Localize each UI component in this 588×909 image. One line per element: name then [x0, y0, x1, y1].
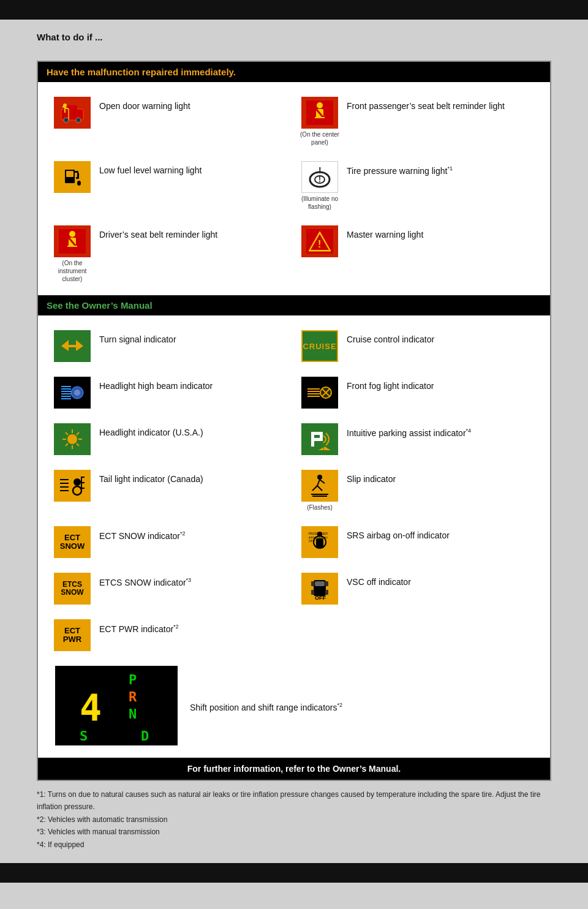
svg-text:4: 4 [80, 687, 102, 730]
section2-header: See the Owner’s Manual [38, 295, 550, 315]
icon-master-warning-box: ! [300, 225, 339, 257]
svg-rect-102 [325, 581, 328, 586]
headlight-usa-icon [54, 423, 91, 455]
svg-text:S: S [80, 728, 88, 744]
icon-cruise-box: CRUISE [300, 330, 339, 362]
indicator-headlight-usa: Headlight indicator (U.S.A.) [47, 415, 294, 461]
indicator-master-warning: ! Master warning light [294, 217, 541, 289]
indicator-low-fuel: Low fuel level warning light [47, 153, 294, 217]
svg-rect-37 [69, 345, 76, 347]
srs-text: SRS airbag on-off indicator [347, 526, 450, 542]
footnotes: *1: Turns on due to natural causes such … [37, 788, 551, 851]
icon-slip-box: (Flashes) [300, 470, 339, 511]
bottom-bar [0, 863, 588, 883]
svg-point-84 [317, 475, 322, 480]
low-fuel-icon [54, 161, 91, 193]
tire-pressure-text: Tire pressure warning light*1 [347, 161, 453, 177]
svg-text:N: N [129, 706, 137, 722]
icon-turn-signal-box [53, 330, 92, 362]
icon-open-door-box [53, 97, 92, 129]
headlight-usa-text: Headlight indicator (U.S.A.) [99, 423, 203, 439]
svg-rect-15 [66, 171, 74, 177]
svg-rect-68 [311, 438, 320, 441]
section1-grid: Open door warning light [47, 88, 541, 289]
etcs-snow-text: ETCS SNOW indicator*3 [99, 573, 191, 589]
svg-text:OFF: OFF [315, 595, 326, 601]
page-content: What to do if ... Have the malfunction r… [0, 20, 588, 863]
ect-pwr-text: ECT PWR indicator*2 [99, 619, 179, 635]
indicator-srs: PASSENGER AIRBAG AIRBAG OFF ON SRS airba… [294, 518, 541, 564]
tire-pressure-note: (Illuminate no flashing) [300, 195, 339, 211]
svg-point-77 [74, 478, 81, 486]
svg-rect-104 [325, 590, 328, 595]
indicator-highbeam: Headlight high beam indicator [47, 368, 294, 415]
indicator-tire-pressure: ! ! (Illuminate no flashing) Tire pressu… [294, 153, 541, 217]
indicator-ect-snow: ECTSNOW ECT SNOW indicator*2 [47, 518, 294, 564]
svg-rect-103 [311, 590, 314, 595]
svg-text:R: R [129, 689, 137, 704]
icon-taillight-box [53, 470, 92, 502]
svg-rect-106 [55, 666, 178, 745]
tire-pressure-icon: ! ! [301, 161, 338, 193]
cruise-text: Cruise control indicator [347, 330, 434, 346]
svg-point-19 [77, 181, 81, 186]
section1-header: Have the malfunction repaired immediatel… [38, 62, 550, 82]
srs-icon: PASSENGER AIRBAG AIRBAG OFF ON [301, 526, 338, 558]
svg-rect-17 [77, 173, 79, 178]
svg-text:D: D [141, 728, 149, 744]
ect-snow-icon: ECTSNOW [54, 526, 91, 558]
svg-rect-101 [311, 581, 314, 586]
passenger-seatbelt-icon [301, 97, 338, 129]
footnote-2: *2: Vehicles with automatic transmission [37, 813, 551, 826]
indicator-turn-signal: Turn signal indicator [47, 322, 294, 368]
indicator-taillight: Tail light indicator (Canada) [47, 461, 294, 518]
etcs-snow-icon: ETCSSNOW [54, 573, 91, 605]
section1-body: Open door warning light [38, 82, 550, 295]
icon-srs-box: PASSENGER AIRBAG AIRBAG OFF ON [300, 526, 339, 558]
passenger-seatbelt-note: (On the center panel) [300, 130, 339, 146]
svg-point-26 [69, 231, 75, 237]
footnote-3: *3: Vehicles with manual transmission [37, 826, 551, 838]
ect-snow-text: ECT SNOW indicator*2 [99, 526, 186, 542]
svg-point-9 [317, 102, 323, 108]
indicator-slip: (Flashes) Slip indicator [294, 461, 541, 518]
svg-rect-67 [311, 432, 320, 435]
icon-ect-pwr-box: ECTPWR [53, 619, 92, 651]
taillight-text: Tail light indicator (Canada) [99, 470, 203, 486]
icon-etcs-snow-box: ETCSSNOW [53, 573, 92, 605]
icon-vsc-box: OFF [300, 573, 339, 605]
svg-text:P: P [129, 672, 137, 687]
svg-text:!: ! [318, 239, 321, 249]
svg-point-6 [63, 104, 67, 107]
open-door-icon [54, 97, 91, 129]
cruise-icon: CRUISE [301, 330, 338, 362]
svg-text:!: ! [318, 175, 321, 184]
vsc-text: VSC off indicator [347, 573, 411, 589]
section2-body: Turn signal indicator CRUISE Cruise cont… [38, 315, 550, 758]
svg-text:PASSENGER: PASSENGER [309, 532, 328, 535]
driver-seatbelt-text: Driver’s seat belt reminder light [99, 225, 217, 241]
master-warning-icon: ! [301, 225, 338, 257]
turn-signal-icon [54, 330, 91, 362]
svg-rect-100 [315, 581, 325, 586]
icon-tire-pressure-box: ! ! (Illuminate no flashing) [300, 161, 339, 211]
svg-point-46 [74, 390, 80, 396]
icon-parking-assist-box: ! [300, 423, 339, 455]
slip-note: (Flashes) [307, 504, 333, 511]
indicator-open-door: Open door warning light [47, 88, 294, 153]
svg-rect-69 [320, 432, 323, 441]
highbeam-text: Headlight high beam indicator [99, 377, 213, 393]
svg-text:OFF    ON: OFF ON [309, 539, 320, 543]
shift-indicator-text: Shift position and shift range indicator… [190, 698, 342, 714]
section2-grid: Turn signal indicator CRUISE Cruise cont… [47, 322, 541, 657]
svg-text:!: ! [318, 165, 322, 175]
empty-right [294, 611, 541, 657]
driver-seatbelt-icon [54, 225, 91, 257]
svg-text:!: ! [323, 446, 325, 451]
top-bar [0, 0, 588, 20]
driver-seatbelt-note: (On the instrument cluster) [53, 259, 92, 283]
highbeam-icon [54, 377, 91, 409]
svg-point-56 [67, 434, 77, 444]
parking-assist-text: Intuitive parking assist indicator*4 [347, 423, 471, 439]
ect-pwr-icon: ECTPWR [54, 619, 91, 651]
